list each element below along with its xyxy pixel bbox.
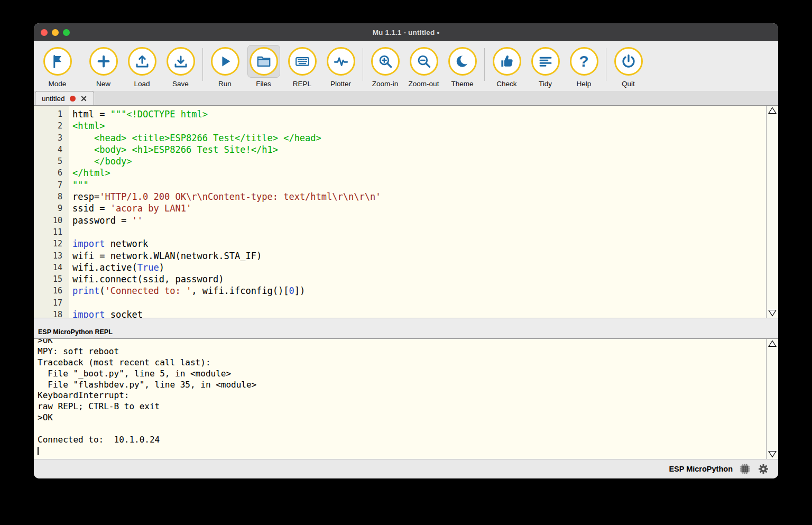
zoom-window-button[interactable] (63, 29, 70, 36)
line-number: 13 (34, 250, 62, 262)
repl-line (38, 423, 766, 435)
repl-pane[interactable]: >OKMPY: soft rebootTraceback (most recen… (34, 338, 778, 459)
chip-icon[interactable] (739, 463, 751, 475)
code-line: resp='HTTP/1.0 200 OK\r\nContent-type: t… (72, 191, 766, 202)
editor-scrollbar[interactable] (766, 106, 778, 318)
code-line: <head> <title>ESP8266 Test</title> </hea… (72, 132, 766, 144)
theme-button[interactable]: Theme (443, 45, 482, 88)
mode-button[interactable]: Mode (38, 45, 77, 88)
code-line: import socket (72, 309, 766, 318)
repl-line: File "_boot.py", line 5, in <module> (38, 369, 766, 380)
save-button[interactable]: Save (161, 45, 200, 88)
toolbar-separator (606, 48, 606, 81)
code-token: print (72, 285, 99, 296)
toolbar-button-label: Tidy (539, 80, 552, 88)
code-token: wifi.active( (72, 262, 137, 273)
toolbar-button-label: Help (577, 80, 592, 88)
help-button[interactable]: ?Help (565, 45, 603, 88)
code-token: import (72, 309, 105, 318)
tidy-button[interactable]: Tidy (526, 45, 565, 88)
toolbar-icon-box (612, 45, 645, 78)
line-number: 2 (34, 120, 62, 132)
code-token: wifi = network.WLAN(network.STA_IF) (72, 251, 262, 261)
pane-splitter[interactable] (34, 318, 778, 326)
code-editor[interactable]: 123456789101112131415161718 html = """<!… (34, 106, 778, 318)
code-line (72, 226, 766, 238)
toolbar-button-label: Check (496, 80, 516, 88)
status-mode-label: ESP MicroPython (669, 465, 733, 473)
toolbar-icon-box: ? (568, 45, 601, 78)
zoom-out-button[interactable]: Zoom-out (404, 45, 443, 88)
repl-line: File "flashbdev.py", line 35, in <module… (38, 380, 766, 391)
repl-line: >OK (38, 412, 766, 423)
toolbar-icon-box (286, 45, 319, 78)
repl-line: KeyboardInterrupt: (38, 390, 766, 401)
repl-output[interactable]: >OKMPY: soft rebootTraceback (most recen… (34, 338, 766, 459)
tab-close-icon[interactable] (80, 95, 87, 102)
load-icon (128, 47, 156, 76)
tab-label: untitled (42, 95, 65, 103)
code-token: network (105, 238, 148, 249)
code-token: ( (99, 285, 105, 296)
repl-scroll-down-icon[interactable] (768, 450, 777, 458)
toolbar-separator (202, 48, 203, 81)
load-button[interactable]: Load (123, 45, 161, 88)
check-icon (493, 47, 521, 76)
code-token: wifi.connect(ssid, password) (72, 274, 224, 284)
editor-scroll-down-icon[interactable] (768, 309, 777, 317)
code-token: , wifi.ifconfig()[ (191, 285, 289, 296)
code-line: print('Connected to: ', wifi.ifconfig()[… (72, 285, 766, 297)
mu-window: Mu 1.1.1 - untitled • ModeNewLoadSaveRun… (34, 23, 778, 478)
zoom-in-button[interactable]: Zoom-in (366, 45, 404, 88)
check-button[interactable]: Check (487, 45, 526, 88)
repl-line: >OK (38, 338, 766, 346)
gear-icon[interactable] (757, 463, 770, 475)
new-icon (89, 47, 118, 76)
new-button[interactable]: New (84, 45, 123, 88)
toolbar-icon-box (247, 45, 280, 78)
repl-scrollbar[interactable] (766, 339, 778, 459)
line-number: 3 (34, 132, 62, 144)
plotter-button[interactable]: Plotter (321, 45, 360, 88)
quit-button[interactable]: Quit (609, 45, 648, 88)
mode-icon (43, 47, 72, 76)
toolbar-icon-box (408, 45, 440, 78)
code-line: <body> <h1>ESP8266 Test Site!</h1> (72, 144, 766, 155)
line-number: 7 (34, 179, 62, 191)
close-window-button[interactable] (41, 29, 48, 36)
help-icon: ? (570, 47, 598, 76)
code-token: <body> <h1>ESP8266 Test Site!</h1> (72, 144, 278, 155)
code-token: ssid = (72, 203, 110, 214)
line-number: 1 (34, 108, 62, 120)
minimize-window-button[interactable] (52, 29, 59, 36)
toolbar-icon-box (369, 45, 402, 78)
files-icon (250, 47, 278, 76)
save-icon (167, 47, 195, 76)
titlebar[interactable]: Mu 1.1.1 - untitled • (34, 23, 778, 41)
editor-scroll-up-icon[interactable] (768, 107, 777, 114)
toolbar-button-label: Zoom-in (372, 80, 399, 88)
toolbar-button-label: Save (172, 80, 189, 88)
toolbar-icon-box (87, 45, 120, 78)
repl-scroll-up-icon[interactable] (768, 340, 777, 347)
code-lines[interactable]: html = """<!DOCTYPE html><html> <head> <… (69, 106, 766, 318)
run-button[interactable]: Run (206, 45, 244, 88)
run-icon (211, 47, 239, 76)
line-number: 10 (34, 215, 62, 226)
line-number: 9 (34, 202, 62, 214)
toolbar-icon-box (446, 45, 479, 78)
toolbar-button-label: REPL (293, 80, 311, 88)
repl-icon (288, 47, 317, 76)
tab-untitled[interactable]: untitled (35, 91, 94, 105)
code-line: wifi = network.WLAN(network.STA_IF) (72, 250, 766, 262)
line-number: 16 (34, 285, 62, 297)
code-token: True (137, 262, 159, 273)
toolbar-button-label: Load (134, 80, 150, 88)
files-button[interactable]: Files (244, 45, 283, 88)
toolbar-button-label: Zoom-out (409, 80, 439, 88)
code-line: wifi.active(True) (72, 262, 766, 273)
code-line (72, 297, 766, 309)
repl-button[interactable]: REPL (283, 45, 321, 88)
theme-icon (448, 47, 477, 76)
repl-line: Connected to: 10.1.0.24 (38, 435, 766, 446)
